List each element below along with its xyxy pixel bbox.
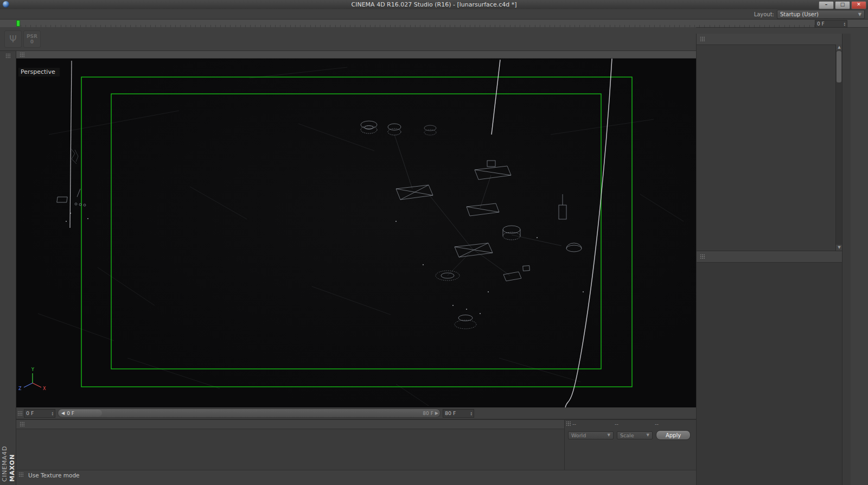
drag-grip-icon[interactable] (566, 421, 571, 426)
cinema4d-logo-text: CINEMA4D (1, 417, 8, 482)
svg-text:Y: Y (31, 367, 34, 372)
current-frame-field[interactable]: 0 F▴▾ (24, 409, 55, 418)
character-tool-icon[interactable]: Ψ (4, 30, 22, 48)
maximize-button[interactable]: □ (835, 1, 850, 9)
material-manager (16, 419, 564, 470)
attribute-manager (696, 251, 842, 485)
coordinate-manager: -- -- -- World▼ Scale▼ Apply (564, 419, 696, 470)
drag-grip-icon[interactable] (20, 422, 25, 427)
maxon-logo-text: MAXON (9, 417, 16, 482)
drag-grip-icon[interactable] (700, 254, 705, 259)
side-tab-strip (842, 34, 851, 485)
apply-button[interactable]: Apply (656, 430, 691, 440)
drag-grip-icon[interactable] (20, 52, 25, 58)
scrollbar-thumb[interactable] (837, 51, 841, 82)
chevron-down-icon: ▼ (858, 12, 861, 17)
svg-text:Z: Z (18, 386, 22, 391)
status-bar: Use Texture mode (16, 470, 696, 485)
camera-label[interactable]: Perspective (18, 68, 60, 76)
status-text: Use Texture mode (28, 472, 80, 478)
svg-text:X: X (43, 386, 46, 391)
close-button[interactable]: ✕ (851, 1, 866, 9)
object-manager-menubar (697, 34, 842, 45)
window-title: CINEMA 4D R16.027 Studio (R16) - [lunars… (0, 1, 868, 8)
viewport-canvas[interactable]: Y X Z Perspective (16, 59, 696, 407)
ruler-frame-field[interactable]: 0 F▴▾ (815, 20, 847, 28)
drag-grip-icon[interactable] (5, 53, 11, 59)
stepper-icon: ▴▾ (52, 411, 53, 416)
main-menubar: Layout: Startup (User)▼ (0, 9, 868, 20)
timeline-bar: 0 F▴▾ ◀ 0 F 80 F ▶ 80 F▴▾ (16, 407, 696, 419)
drag-grip-icon (18, 472, 24, 477)
viewport-panel: Y X Z Perspective (16, 51, 696, 407)
object-manager: ▲ ▼ (696, 34, 842, 251)
frame-ruler[interactable]: 0 F▴▾ (0, 20, 868, 28)
material-menubar (16, 420, 564, 429)
timeline-slider-handle[interactable]: ◀ 0 F (59, 410, 102, 417)
stepper-icon: ▴▾ (470, 411, 472, 416)
mode-toolbar: CINEMA4D MAXON (0, 51, 16, 485)
axis-gizmo: Y X Z (18, 367, 46, 391)
attribute-menubar (697, 251, 842, 263)
timeline-slider[interactable]: ◀ 0 F 80 F ▶ (58, 409, 441, 418)
minimize-button[interactable]: – (819, 1, 834, 9)
chevron-down-icon: ▼ (647, 433, 649, 437)
object-manager-scrollbar[interactable]: ▲ ▼ (835, 44, 842, 251)
world-dropdown[interactable]: World▼ (568, 431, 614, 439)
chevron-down-icon: ▼ (608, 433, 610, 437)
coordinate-headers: -- -- -- (565, 420, 696, 427)
maxon-branding: CINEMA4D MAXON (0, 417, 16, 482)
arrow-left-icon: ◀ (61, 411, 65, 416)
stepper-icon[interactable]: ▴▾ (844, 22, 845, 26)
viewport-menubar (16, 51, 696, 59)
cinema4d-window: CINEMA 4D R16.027 Studio (R16) - [lunars… (0, 0, 868, 485)
drag-grip-icon[interactable] (700, 36, 705, 42)
arrow-right-icon: ▶ (435, 411, 438, 416)
scale-dropdown[interactable]: Scale▼ (617, 431, 653, 439)
render-safe-frame (81, 77, 632, 387)
main-toolbar: Ψ PSR0 (0, 27, 696, 51)
timeline-range-end[interactable]: 80 F ▶ (423, 410, 438, 417)
psr-tool[interactable]: PSR0 (23, 30, 41, 48)
playhead-marker[interactable] (16, 20, 20, 27)
layout-label: Layout: (754, 11, 774, 17)
drag-grip-icon[interactable] (17, 411, 23, 416)
layout-dropdown[interactable]: Startup (User)▼ (777, 10, 865, 19)
app-logo-icon (3, 1, 9, 8)
end-frame-field[interactable]: 80 F▴▾ (443, 409, 474, 418)
title-bar: CINEMA 4D R16.027 Studio (R16) - [lunars… (0, 0, 868, 10)
